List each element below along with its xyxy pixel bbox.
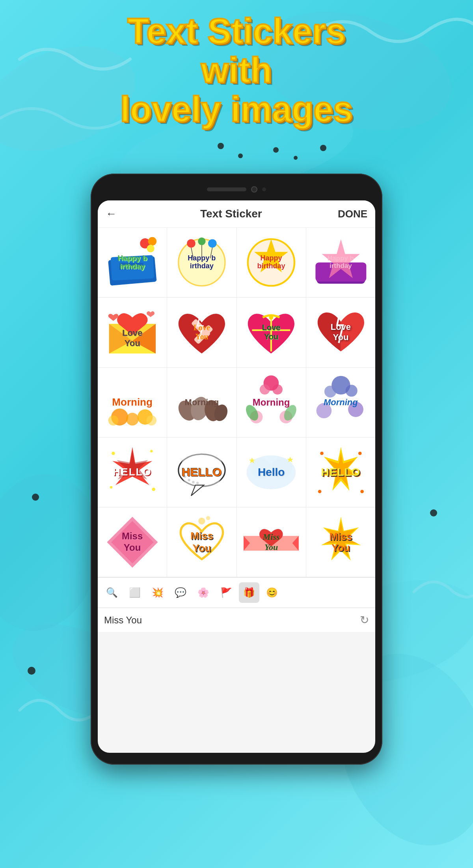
svg-point-86 (198, 518, 205, 524)
chat-toolbar-icon[interactable]: 💬 (170, 582, 191, 603)
svg-point-71 (188, 479, 190, 481)
svg-point-73 (196, 482, 199, 484)
hero-title-line3: lovely images (0, 90, 473, 129)
miss-row: MissYou MissYou (98, 507, 375, 577)
svg-point-21 (187, 239, 195, 247)
hero-title-line2: with (0, 51, 473, 90)
phone-speaker (207, 187, 246, 191)
sticker-morning4[interactable]: Morning (306, 368, 375, 437)
svg-point-67 (152, 488, 155, 491)
flower-toolbar-icon[interactable]: 🌸 (193, 582, 214, 603)
search-toolbar-icon[interactable]: 🔍 (102, 582, 122, 603)
svg-point-72 (192, 481, 194, 483)
svg-point-87 (206, 516, 210, 520)
svg-point-45 (146, 415, 156, 426)
sticker-hb4[interactable]: Happy birthday (306, 228, 375, 297)
svg-point-51 (260, 384, 270, 395)
morning-row: Morning Morning (98, 368, 375, 438)
svg-point-19 (147, 245, 154, 252)
svg-point-23 (208, 239, 216, 247)
hello-row: HELLO (98, 438, 375, 507)
sticker-morning1[interactable]: Morning (98, 368, 167, 437)
sticker-morning2[interactable]: Morning (167, 368, 236, 437)
hero-title-line1: Text Stickers (0, 12, 473, 51)
select-toolbar-icon[interactable]: ⬜ (125, 582, 145, 603)
emoji-toolbar-icon[interactable]: 😊 (262, 582, 282, 603)
phone-notch (98, 181, 375, 197)
sticker-miss2[interactable]: MissYou (167, 507, 236, 577)
svg-point-58 (324, 386, 336, 398)
sticker-grid: Happy birthday (98, 228, 375, 577)
sticker-miss1[interactable]: MissYou (98, 507, 167, 577)
done-button[interactable]: DONE (338, 208, 367, 220)
svg-point-80 (320, 451, 324, 455)
phone-screen: ← Text Sticker DONE (98, 200, 375, 753)
sticker-hb2[interactable]: Happy birthday (167, 228, 236, 297)
sticker-love3[interactable]: LoveYou (237, 297, 306, 367)
sticker-hb3[interactable]: Happybirthday (237, 228, 306, 297)
phone-frame: ← Text Sticker DONE (91, 174, 382, 765)
svg-point-64 (112, 451, 115, 455)
sticker-hello2[interactable]: HELLO (167, 438, 236, 507)
sticker-hello3[interactable]: Hello (237, 438, 306, 507)
svg-point-82 (318, 490, 321, 493)
app-bar: ← Text Sticker DONE (98, 200, 375, 228)
svg-point-83 (360, 490, 364, 493)
sticker-love4[interactable]: LoveYou (306, 297, 375, 367)
svg-point-22 (198, 238, 205, 245)
sticker-hello4[interactable]: HELLO (306, 438, 375, 507)
sticker-miss4[interactable]: MissYou (306, 507, 375, 577)
flag-toolbar-icon[interactable]: 🚩 (216, 582, 236, 603)
birthday-row: Happy birthday (98, 228, 375, 297)
sticker-miss3[interactable]: MissYou (237, 507, 306, 577)
svg-point-18 (148, 237, 156, 245)
bottom-toolbar: 🔍 ⬜ 💥 💬 🌸 🚩 🎁 (98, 577, 375, 608)
search-bar: ↻ (98, 608, 375, 632)
svg-point-42 (126, 413, 139, 425)
search-input[interactable] (104, 615, 355, 626)
back-button[interactable]: ← (106, 208, 117, 220)
sticker-morning3[interactable]: Morning (237, 368, 306, 437)
svg-point-66 (110, 486, 112, 488)
sticker-hb1[interactable]: Happy birthday (98, 228, 167, 297)
sticker-love2[interactable]: LoveYou (167, 297, 236, 367)
phone-camera (251, 186, 257, 193)
app-title: Text Sticker (125, 208, 338, 220)
svg-point-52 (272, 384, 283, 395)
refresh-button[interactable]: ↻ (360, 614, 369, 627)
gift-toolbar-icon[interactable]: 🎁 (239, 582, 259, 603)
hero-section: Text Stickers with lovely images (0, 12, 473, 129)
burst-toolbar-icon[interactable]: 💥 (147, 582, 168, 603)
love-row: LoveYou (98, 297, 375, 367)
phone-sensor (262, 187, 266, 191)
svg-point-65 (150, 450, 153, 452)
sticker-love1[interactable]: LoveYou (98, 297, 167, 367)
svg-point-81 (358, 451, 361, 455)
svg-point-40 (269, 315, 274, 320)
svg-point-44 (108, 415, 118, 426)
svg-point-59 (345, 385, 357, 397)
sticker-hello1[interactable]: HELLO (98, 438, 167, 507)
